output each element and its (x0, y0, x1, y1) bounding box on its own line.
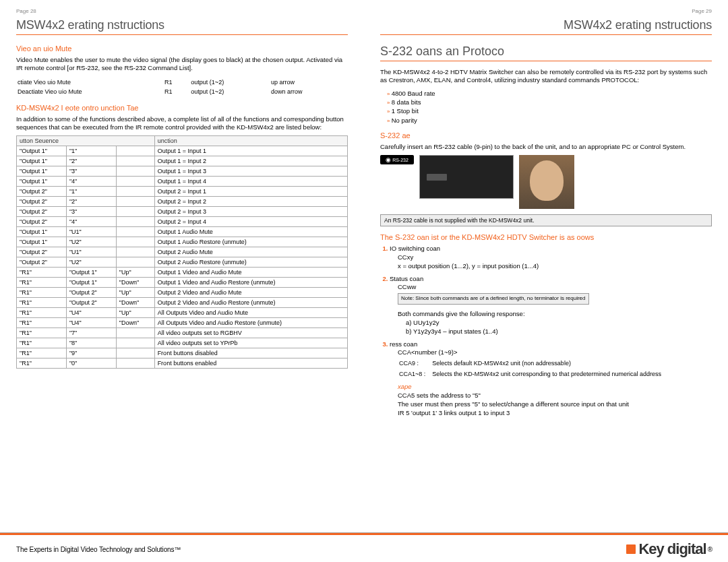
table-row: "Output 2""U1"Output 2 Audio Mute (17, 247, 348, 257)
rs232-section-title: S-232 oans an Protoco (380, 44, 712, 61)
key-digital-logo: Key digital ® (626, 540, 712, 558)
func-text: In addition to some of the functions des… (16, 115, 348, 132)
table-row: "R1""Output 1""Down"Output 1 Video and A… (17, 278, 348, 288)
right-title: MSW4x2 erating nstructions (380, 18, 712, 35)
command-list-heading: The S-232 oan ist or the KD-MSW4x2 HDTV … (380, 233, 712, 241)
device-back-image (419, 155, 514, 199)
mute-heading: Vieo an uio Mute (16, 44, 348, 53)
table-row: "Output 2""3"Output 2 = Input 3 (17, 207, 348, 217)
func-heading: KD-MSW4x2 I eote ontro unction Tae (16, 104, 348, 112)
logo-square-icon (626, 544, 636, 554)
terminator-note: Note: Since both commands are of a defin… (398, 293, 589, 305)
cable-images: ◉RS-232 (380, 155, 712, 209)
table-row: "R1""Output 2""Up"Output 2 Video and Aud… (17, 288, 348, 298)
cmd-status: Status coan CCww Note: Since both comman… (390, 275, 712, 336)
table-row: "R1""8"All video outputs set to YPrPb (17, 338, 348, 348)
table-row: "R1""U4""Up"All Outputs Video and Audio … (17, 308, 348, 318)
table-row: "R1""0"Front buttons enabled (17, 358, 348, 369)
col-sequence: utton Seuence (17, 136, 155, 146)
cmd-io-switching: IO switching coan CCxy x = output positi… (390, 245, 712, 270)
table-row: "R1""U4""Down"All Outputs Video and Audi… (17, 318, 348, 328)
table-row: "Output 1""4"Output 1 = Input 4 (17, 177, 348, 187)
cable-heading: S-232 ae (380, 131, 712, 139)
table-row: "Output 1""1"Output 1 = Input 1 (17, 146, 348, 156)
protocol-list: 4800 Baud rate 8 data bits 1 Stop bit No… (387, 89, 712, 125)
page-28: Page 28 MSW4x2 erating nstructions Vieo … (0, 0, 364, 528)
person-portrait-image (519, 155, 574, 209)
table-row: "R1""Output 2""Down"Output 2 Video and A… (17, 298, 348, 308)
rs232-badge-icon: ◉RS-232 (380, 155, 414, 164)
page-29: Page 29 MSW4x2 erating nstructions S-232… (364, 0, 728, 528)
function-table: utton Seuence unction "Output 1""1"Outpu… (16, 135, 348, 369)
table-row: "Output 2""2"Output 2 = Input 2 (17, 197, 348, 207)
table-row: "R1""Output 1""Up"Output 1 Video and Aud… (17, 268, 348, 278)
page-number-right: Page 29 (380, 8, 712, 14)
table-row: "R1""7"All video outputs set to RGBHV (17, 328, 348, 338)
example-label: xape (398, 383, 712, 392)
address-definitions: CCA9 :Selects default KD-MSW4x2 unit (no… (398, 357, 668, 380)
left-title: MSW4x2 erating nstructions (16, 18, 348, 35)
footer-tagline: The Experts in Digital Video Technology … (16, 546, 181, 553)
table-row: "Output 2""U2"Output 2 Audio Restore (un… (17, 257, 348, 268)
command-list: IO switching coan CCxy x = output positi… (390, 245, 712, 417)
cable-text: Carefully insert an RS-232 cable (9-pin)… (380, 143, 712, 151)
col-function: unction (154, 136, 347, 146)
table-row: "Output 2""1"Output 2 = Input 1 (17, 187, 348, 197)
table-row: "Output 1""3"Output 1 = Input 3 (17, 166, 348, 177)
mute-text: Video Mute enables the user to mute the … (16, 56, 348, 73)
cmd-address: ress coan CCA<number (1~9)> CCA9 :Select… (390, 340, 712, 418)
cable-note: An RS-232 cable is not supplied with the… (380, 214, 712, 226)
page-number-left: Page 28 (16, 8, 348, 14)
table-row: "Output 1""U2"Output 1 Audio Restore (un… (17, 237, 348, 247)
mute-table: ctiate Vieo uio MuteR1output (1~2)up arr… (16, 77, 348, 97)
table-row: "Output 1""2"Output 1 = Input 2 (17, 156, 348, 166)
table-row: "Output 1""U1"Output 1 Audio Mute (17, 227, 348, 237)
table-row: "Output 2""4"Output 2 = Input 4 (17, 217, 348, 227)
table-row: "R1""9"Front buttons disabled (17, 348, 348, 358)
rs232-intro: The KD-MSW4x2 4-to-2 HDTV Matrix Switche… (380, 68, 712, 85)
page-footer: The Experts in Digital Video Technology … (0, 532, 728, 562)
